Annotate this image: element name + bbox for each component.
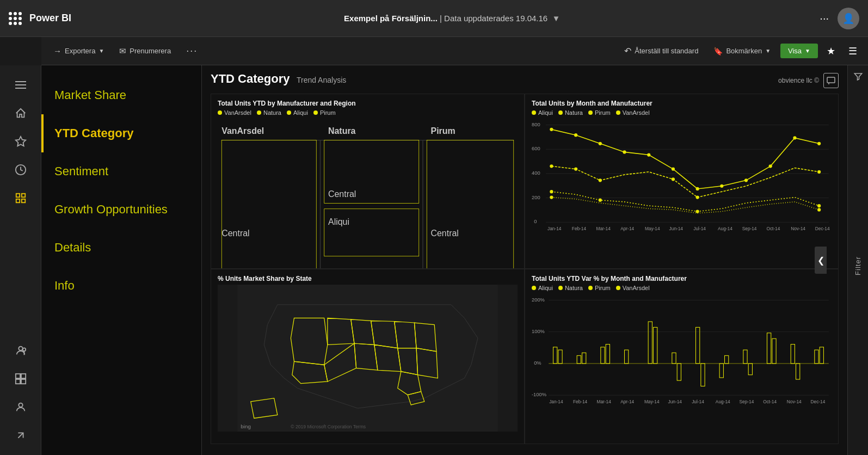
svg-text:Jun-14: Jun-14 (668, 399, 682, 404)
svg-text:Jun-14: Jun-14 (669, 226, 684, 231)
topbar-title: Exempel på Försäljnin... | Data uppdater… (89, 14, 815, 23)
chart2-legend-aliqui: Aliqui (532, 109, 553, 116)
list-view-button[interactable]: ☰ (844, 43, 861, 59)
hamburger-menu-button[interactable] (8, 72, 34, 98)
panel-header: YTD Category Trend Analysis obvience llc… (211, 72, 839, 88)
chart1-svg: VanArsdel Natura Pirum Central Central A… (218, 118, 518, 269)
svg-point-50 (695, 187, 699, 190)
report-title: Exempel på Försäljnin... (344, 14, 438, 23)
legend-pirum: Pirum (313, 109, 336, 116)
svg-rect-33 (427, 140, 514, 269)
svg-text:Dec-14: Dec-14 (811, 399, 826, 404)
panel-title-group: YTD Category Trend Analysis (211, 72, 346, 86)
svg-rect-91 (553, 347, 557, 364)
legend-dot-aliqui (287, 110, 291, 115)
collapse-panel-button[interactable]: ❮ (815, 247, 827, 274)
page-nav-info[interactable]: Info (41, 267, 201, 305)
svg-point-53 (769, 164, 772, 168)
page-nav-market-share[interactable]: Market Share (41, 76, 201, 114)
hamburger-icon (15, 81, 26, 89)
svg-text:800: 800 (532, 122, 540, 127)
favorite-button[interactable]: ★ (822, 43, 840, 59)
page-nav-sentiment[interactable]: Sentiment (41, 152, 201, 190)
svg-point-60 (695, 195, 699, 199)
chart4-legend-pirum: Pirum (588, 285, 611, 291)
svg-point-45 (574, 133, 577, 137)
page-nav-ytd-category[interactable]: YTD Category (41, 114, 201, 152)
svg-point-59 (672, 177, 675, 181)
favorites-nav-item[interactable] (8, 128, 34, 155)
topbar-more-button[interactable]: ··· (815, 10, 833, 27)
svg-rect-105 (725, 355, 729, 364)
svg-text:© 2019 Microsoft Corporation  : © 2019 Microsoft Corporation Terms (291, 424, 366, 429)
dropdown-arrow[interactable]: ▼ (552, 14, 560, 23)
svg-rect-112 (815, 350, 818, 364)
svg-text:0%: 0% (534, 360, 541, 366)
subscribe-label: Prenumerera (130, 47, 171, 55)
chart4-legend-vanarsdel: VanArsdel (616, 285, 650, 291)
page-nav-growth-opportunities[interactable]: Growth Opportunities (41, 190, 201, 229)
svg-rect-30 (221, 140, 316, 269)
svg-point-51 (720, 185, 723, 188)
home-nav-item[interactable] (8, 100, 34, 126)
comment-button[interactable] (823, 73, 839, 88)
svg-text:VanArsdel: VanArsdel (221, 126, 264, 136)
svg-point-49 (672, 167, 675, 170)
user-avatar[interactable]: 👤 (838, 8, 859, 29)
workspace-nav-item[interactable] (8, 337, 34, 364)
chart2-dot-natura (558, 110, 563, 115)
chart1-legend: VanArsdel Natura Aliqui Pirum (218, 109, 518, 116)
svg-rect-107 (748, 364, 752, 375)
toolbar-more-button[interactable]: ··· (181, 42, 203, 59)
panel-title: YTD Category (211, 72, 290, 85)
recents-nav-item[interactable] (8, 157, 34, 183)
apps-nav-item[interactable] (8, 366, 34, 392)
chart2-dot-pirum (588, 110, 593, 115)
chart2-legend-pirum: Pirum (588, 109, 611, 116)
svg-rect-2 (16, 194, 19, 197)
svg-rect-94 (582, 353, 586, 364)
svg-rect-99 (654, 327, 657, 364)
svg-rect-92 (558, 350, 562, 364)
main-layout: Market Share YTD Category Sentiment Grow… (0, 65, 868, 455)
svg-text:0: 0 (534, 219, 537, 224)
reset-button[interactable]: ↶ Återställ till standard (619, 43, 704, 59)
svg-rect-9 (15, 374, 20, 378)
svg-text:Jan-14: Jan-14 (549, 399, 563, 404)
bookmarks-dropdown-icon: ▼ (765, 48, 771, 54)
svg-text:Sep-14: Sep-14 (742, 226, 757, 231)
svg-text:100%: 100% (532, 329, 545, 334)
bookmarks-button[interactable]: 🔖 Bokmärken ▼ (708, 44, 776, 58)
svg-rect-108 (767, 333, 771, 364)
svg-point-62 (550, 190, 553, 193)
chart-units-month: Total Units by Month and Manufacturer Al… (525, 94, 839, 269)
page-nav-details[interactable]: Details (41, 229, 201, 267)
svg-text:400: 400 (532, 170, 540, 176)
svg-text:Apr-14: Apr-14 (620, 226, 634, 231)
subscribe-button[interactable]: ✉ Prenumerera (114, 44, 176, 59)
svg-rect-3 (21, 194, 24, 197)
reset-icon: ↶ (624, 46, 631, 56)
chart-panel: YTD Category Trend Analysis obvience llc… (202, 65, 847, 455)
svg-text:Central: Central (431, 229, 459, 238)
chart2-dot-aliqui (532, 110, 536, 115)
export-arrow-icon: → (53, 46, 61, 56)
svg-rect-11 (15, 379, 20, 384)
svg-rect-32 (324, 209, 419, 256)
reports-nav-item[interactable] (8, 185, 34, 211)
svg-rect-5 (21, 199, 24, 202)
external-link-nav-item[interactable] (8, 422, 34, 448)
chart4-legend-natura: Natura (558, 285, 583, 291)
user-profile-nav-item[interactable] (8, 394, 34, 420)
visa-button[interactable]: Visa ▼ (780, 44, 818, 58)
svg-text:200%: 200% (532, 297, 545, 303)
bookmark-icon: 🔖 (713, 47, 723, 56)
export-button[interactable]: → Exportera ▼ (48, 44, 109, 58)
grid-icon (9, 12, 22, 25)
svg-point-61 (817, 170, 821, 174)
svg-point-6 (19, 347, 22, 351)
svg-text:Mar-14: Mar-14 (596, 226, 611, 231)
filter-panel[interactable]: Filter (847, 65, 868, 455)
chart4-title: Total Units YTD Var % by Month and Manuf… (532, 275, 832, 282)
chart-ytd-manufacturer: Total Units YTD by Manufacturer and Regi… (211, 94, 525, 269)
